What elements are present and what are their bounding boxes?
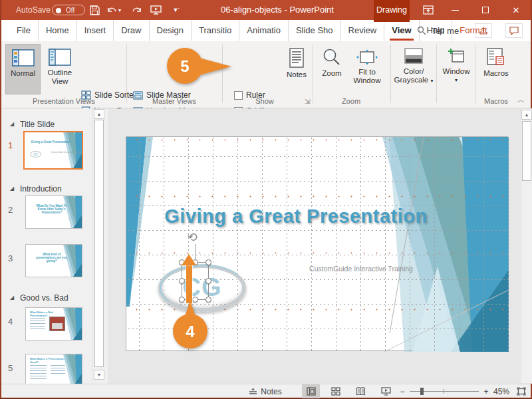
section-header[interactable]: Good vs. Bad (20, 293, 68, 303)
zoom-out-button[interactable]: − (398, 384, 407, 398)
ribbon-display-icon (423, 5, 434, 15)
slide-thumbnail-5[interactable]: What Makes a Presentation Good? (25, 354, 82, 384)
customize-qat-button[interactable]: ▼̄ (168, 3, 184, 17)
menu-tab-design[interactable]: Design (149, 20, 191, 41)
drawing-context-tab[interactable]: Drawing (374, 0, 410, 20)
thumbnail-wave-graphic (25, 132, 82, 168)
macros-button[interactable]: Macros (479, 44, 513, 94)
section-header[interactable]: Introduction (20, 184, 62, 194)
close-button[interactable]: ✕ (501, 0, 531, 20)
normal-view-button[interactable]: Normal (5, 44, 41, 94)
scroll-down-icon[interactable]: ▼ (94, 370, 104, 380)
share-button[interactable] (475, 23, 492, 38)
ribbon-separator (475, 45, 475, 103)
ribbon-separator (436, 45, 437, 103)
slide-canvas[interactable]: Giving a Great Presentation CustomGuide … (126, 136, 508, 351)
menu-tab-slide-sho[interactable]: Slide Sho (288, 20, 340, 41)
thumbnail-title-text: What Do You Want To Know After Today's P… (33, 204, 70, 214)
show-group-label: Show (227, 97, 302, 105)
slide-thumbnail-2[interactable]: What Do You Want To Know After Today's P… (25, 196, 82, 229)
color-grayscale-icon (404, 48, 423, 64)
slide-thumbnail-4[interactable]: What Makes a Bad Presentation? (25, 307, 82, 340)
zoom-in-button[interactable]: + (481, 384, 491, 398)
canvas-scrollbar[interactable]: ▲ (521, 109, 532, 383)
menu-tab-transitio[interactable]: Transitio (191, 20, 239, 41)
statusbar-normal-view-button[interactable] (302, 384, 320, 398)
start-slideshow-button[interactable] (148, 3, 164, 17)
menu-tab-home[interactable]: Home (38, 20, 76, 41)
fit-to-window-button[interactable]: Fit to Window (348, 44, 386, 94)
ribbon-display-options-button[interactable] (414, 0, 443, 20)
rotation-handle[interactable]: ⟳ (188, 230, 198, 245)
ribbon-view-tab: Normal Outline View Slide Sorter Notes P… (1, 41, 531, 108)
outline-view-button[interactable]: Outline View (42, 44, 78, 94)
tell-me-area[interactable]: Tell me (417, 20, 459, 41)
minimize-icon (452, 10, 459, 11)
menu-tab-animatio[interactable]: Animatio (239, 20, 288, 41)
selection-handle[interactable] (179, 278, 185, 284)
slide-subtitle-text[interactable]: CustomGuide Interactive Training (298, 265, 424, 273)
autosave-state: Off (66, 7, 74, 14)
fit-slide-to-window-button[interactable] (513, 384, 529, 398)
menu-tab-view[interactable]: View (384, 20, 418, 41)
color-grayscale-button[interactable]: Color/ Grayscale ▾ (394, 44, 434, 104)
maximize-button[interactable] (471, 0, 500, 20)
zoom-level-value[interactable]: 45% (491, 384, 512, 398)
sidebar-scrollbar[interactable]: ▲ ▼ (92, 108, 104, 384)
collapse-ribbon-button[interactable]: ︿ (517, 95, 525, 105)
show-dialog-launcher[interactable]: ⇲ (305, 98, 310, 105)
close-icon: ✕ (513, 5, 520, 15)
slide-sorter-view-icon (331, 387, 340, 396)
redo-button[interactable] (129, 3, 145, 17)
slide-title-text[interactable]: Giving a Great Presentation (153, 205, 439, 227)
slide-thumbnail-3[interactable]: What kind of presentations are you givin… (25, 244, 82, 277)
slide-number: 3 (8, 253, 20, 263)
scroll-up-icon[interactable]: ▲ (521, 110, 532, 120)
scroll-up-icon[interactable]: ▲ (94, 109, 104, 119)
canvas-scrollbar-thumb[interactable] (522, 121, 531, 181)
selection-handle[interactable] (205, 259, 211, 265)
menu-tab-review[interactable]: Review (340, 20, 384, 41)
menu-tab-file[interactable]: File (9, 20, 38, 41)
sidebar-scrollbar-thumb[interactable] (94, 120, 104, 367)
zoom-group-label: Zoom (315, 97, 387, 105)
undo-icon (106, 5, 118, 15)
comments-button[interactable] (505, 23, 523, 38)
window-button-label: Window (443, 67, 470, 76)
thumbnail-bullets (30, 365, 47, 380)
section-header[interactable]: Title Slide (20, 120, 55, 129)
statusbar-slideshow-button[interactable] (377, 384, 395, 398)
save-button[interactable] (86, 3, 102, 17)
maximize-icon (482, 7, 489, 13)
outline-view-label-2: View (52, 77, 68, 86)
statusbar-slide-sorter-button[interactable] (327, 384, 344, 398)
ribbon-tab-bar: FileHomeInsertDrawDesignTransitioAnimati… (1, 20, 531, 41)
minimize-button[interactable] (440, 0, 469, 20)
powerpoint-window: AutoSave Off ▾ ▼̄ 06-align-objects - Pow… (0, 0, 532, 399)
selection-handle[interactable] (205, 278, 211, 284)
section-collapse-icon[interactable]: ◢ (10, 186, 14, 192)
section-collapse-icon[interactable]: ◢ (10, 295, 14, 301)
notes-toggle-icon (249, 388, 257, 396)
callout-step-4-number: 4 (186, 323, 195, 340)
menu-tab-insert[interactable]: Insert (76, 20, 114, 41)
menu-tab-draw[interactable]: Draw (113, 20, 148, 41)
thumbnail-logo: CG (30, 151, 41, 158)
thumbnail-title-text: What kind of presentations are you givin… (33, 253, 70, 263)
slide-thumbnail-1[interactable]: Giving a Great PresentationCustomGuide I… (23, 131, 83, 170)
zoom-button[interactable]: Zoom (317, 44, 347, 94)
callout-step-5: 5 (165, 45, 235, 86)
zoom-slider-thumb[interactable] (420, 388, 424, 395)
section-collapse-icon[interactable]: ◢ (10, 121, 14, 127)
autosave-toggle[interactable]: Off (52, 5, 85, 15)
slideshow-view-icon (381, 387, 391, 396)
dropdown-caret-icon: ▾ (455, 76, 458, 84)
statusbar-reading-view-button[interactable] (352, 384, 370, 398)
window-button[interactable]: Window ▾ (439, 44, 473, 104)
thumbnail-title-text: Giving a Great Presentation (29, 140, 72, 144)
save-icon (90, 5, 100, 15)
undo-button[interactable]: ▾ (106, 3, 122, 17)
notes-toggle-button[interactable]: Notes (246, 384, 285, 398)
notes-ribbon-button[interactable]: Notes (283, 44, 310, 94)
callout-step-4: 4 (172, 298, 209, 350)
